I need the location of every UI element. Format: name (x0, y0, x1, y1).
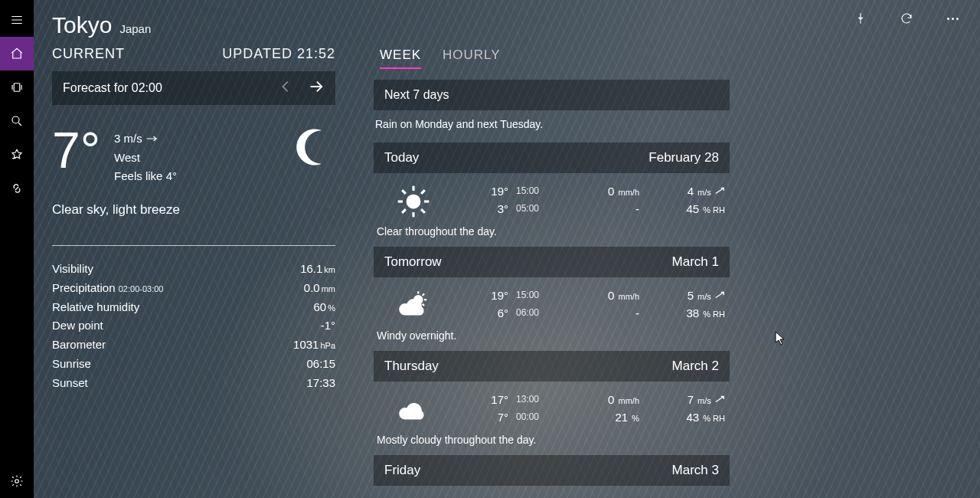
day-temps: 19°6° (455, 287, 508, 323)
stat-value: 17:33 (306, 374, 335, 393)
stat-value: 06:15 (306, 355, 335, 374)
day-header: Thursday March 2 (374, 351, 730, 382)
feels-like: Feels like 4° (114, 167, 177, 185)
wind-arrow-icon (714, 289, 725, 302)
day-header: Friday March 3 (374, 455, 730, 486)
wind-arrow-icon (714, 393, 725, 406)
stat-label: Relative humidity (52, 298, 139, 317)
day-wind: 7 m/s 43 % RH (642, 391, 725, 427)
day-temps: 19°3° (455, 182, 508, 218)
stats-list: Visibility 16.1km Precipitation 02:00-03… (52, 260, 335, 392)
forecast-tabs: WEEK HOURLY (380, 48, 730, 69)
weather-icon (375, 287, 452, 325)
stat-value: -1° (321, 316, 335, 336)
divider (52, 245, 335, 246)
stat-value: 0.0mm (304, 279, 335, 298)
svg-line-8 (402, 190, 406, 194)
stat-label: Precipitation 02:00-03:00 (52, 279, 163, 298)
content-area: Tokyo Japan CURRENT UPDATED 21:52 Foreca… (34, 0, 980, 498)
day-name: Tomorrow (384, 254, 442, 270)
day-precip: 0 mm/h 21 % (557, 391, 639, 427)
current-temp: 7° (52, 125, 100, 175)
nav-settings[interactable] (0, 464, 34, 498)
svg-point-1 (12, 116, 19, 123)
day-precip: 0 mm/h - (557, 182, 639, 218)
stat-label: Barometer (52, 336, 106, 355)
day-date: March 1 (672, 254, 719, 270)
stat-value: 16.1km (300, 260, 335, 279)
stat-label: Visibility (52, 260, 93, 279)
day-block[interactable]: Thursday March 2 17°7° 13:0000:00 0 mm/h… (374, 351, 730, 447)
svg-line-10 (421, 190, 425, 194)
week-subtitle: Rain on Monday and next Tuesday. (374, 110, 730, 135)
wind-speed: 3 m/s (114, 132, 142, 145)
stat-label: Dew point (52, 316, 103, 336)
day-name: Today (384, 150, 419, 165)
day-date: February 28 (648, 150, 719, 165)
nav-locations[interactable] (0, 70, 34, 104)
location-country: Japan (119, 22, 151, 35)
svg-rect-0 (14, 84, 20, 92)
day-date: March 3 (672, 463, 719, 478)
day-description: Mostly cloudy throughout the day. (375, 429, 725, 446)
day-temps: 17°7° (455, 391, 508, 427)
svg-point-2 (15, 480, 19, 483)
forecast-bar: Forecast for 02:00 (52, 71, 335, 105)
day-header: Tomorrow March 1 (374, 247, 730, 277)
day-header: Today February 28 (374, 143, 730, 173)
day-precip: 0 mm/h - (557, 287, 639, 323)
day-description: Clear throughout the day. (375, 221, 725, 238)
current-heading: CURRENT (52, 46, 125, 62)
day-wind: 4 m/s 45 % RH (642, 182, 725, 218)
stat-label: Sunset (52, 374, 88, 393)
wind-direction: West (114, 149, 177, 167)
svg-line-15 (423, 293, 424, 295)
day-name: Friday (384, 463, 420, 478)
stat-value: 60% (314, 298, 335, 317)
nav-home[interactable] (0, 37, 34, 70)
day-block[interactable]: Friday March 3 (374, 455, 730, 486)
nav-favorites[interactable] (0, 138, 34, 172)
tab-hourly[interactable]: HOURLY (443, 48, 501, 69)
stat-value: 1031hPa (293, 336, 335, 355)
nav-link[interactable] (0, 172, 34, 205)
forecast-next-button[interactable] (308, 78, 325, 98)
day-times: 13:0000:00 (511, 391, 554, 427)
current-summary: Clear sky, light breeze (52, 202, 335, 218)
day-block[interactable]: Tomorrow March 1 19°6° 15:0006:00 0 mm/h… (374, 247, 730, 343)
day-description: Windy overnight. (375, 325, 725, 342)
svg-line-9 (421, 209, 425, 213)
forecast-time-label: Forecast for 02:00 (63, 81, 162, 95)
moon-icon (291, 125, 335, 172)
nav-search[interactable] (0, 104, 34, 138)
day-date: March 2 (672, 359, 719, 374)
day-times: 15:0005:00 (511, 182, 554, 218)
weather-icon (375, 391, 452, 429)
stat-label: Sunrise (52, 355, 91, 374)
day-wind: 5 m/s 38 % RH (642, 287, 725, 323)
sidebar (0, 0, 34, 498)
hamburger-icon[interactable] (0, 3, 34, 37)
wind-direction-icon (145, 130, 159, 149)
location-city: Tokyo (52, 12, 112, 38)
svg-line-11 (402, 209, 406, 213)
updated-label: UPDATED 21:52 (222, 46, 335, 62)
wind-arrow-icon (714, 185, 725, 198)
svg-line-16 (423, 304, 424, 306)
day-times: 15:0006:00 (511, 287, 554, 323)
location-header: Tokyo Japan (52, 12, 962, 38)
svg-point-3 (407, 195, 421, 209)
tab-week[interactable]: WEEK (380, 48, 421, 69)
forecast-prev-button[interactable] (277, 78, 294, 98)
day-name: Thursday (384, 359, 439, 374)
day-block[interactable]: Today February 28 19°3° 15:0005:00 0 mm/… (374, 143, 730, 239)
week-title: Next 7 days (374, 80, 730, 110)
current-details: 3 m/s West Feels like 4° (114, 129, 177, 185)
weather-icon (375, 182, 452, 221)
